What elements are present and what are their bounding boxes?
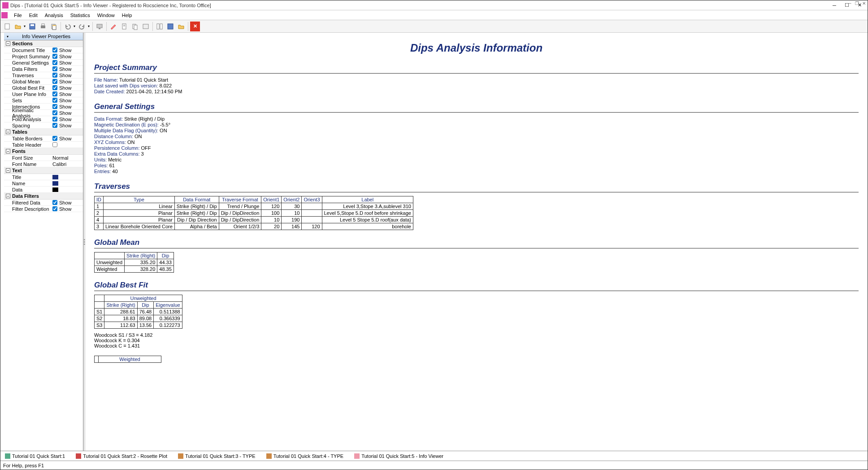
open-file-icon[interactable]	[13, 22, 23, 31]
show-checkbox[interactable]	[52, 60, 57, 65]
show-checkbox[interactable]	[52, 206, 57, 211]
show-checkbox[interactable]	[52, 123, 57, 128]
table-cell: Trend / Plunge	[219, 203, 261, 210]
tab-icon	[266, 453, 272, 459]
properties-panel-header: ▾ Info Viewer Properties	[4, 33, 83, 40]
redo-icon[interactable]	[77, 22, 87, 31]
document-tab[interactable]: Tutorial 01 Quick Start:4 - TYPE	[264, 453, 347, 460]
prop-label: Font Name	[12, 161, 52, 167]
monitor-icon[interactable]	[95, 22, 104, 31]
collapse-icon[interactable]: −	[6, 168, 10, 173]
setting-value: 3	[139, 151, 143, 157]
copy-icon[interactable]	[49, 22, 59, 31]
traverses-heading: Traverses	[94, 182, 859, 192]
show-label: Show	[59, 200, 72, 205]
show-checkbox[interactable]	[52, 200, 57, 205]
color-swatch[interactable]	[52, 187, 58, 192]
color-swatch[interactable]	[52, 175, 58, 179]
document-icon[interactable]	[119, 22, 129, 31]
prop-row: Project SummaryShow	[4, 53, 83, 60]
collapse-icon[interactable]: −	[6, 194, 10, 198]
tab-label: Tutorial 01 Quick Start:5 - Info Viewer	[361, 453, 443, 459]
minimize-button[interactable]: ─	[828, 1, 841, 10]
close-x-icon[interactable]: ✕	[190, 22, 200, 31]
document-tab[interactable]: Tutorial 01 Quick Start:5 - Info Viewer	[352, 453, 446, 460]
prop-label: Sets	[12, 98, 52, 103]
section-sections[interactable]: −Sections	[4, 40, 83, 47]
show-checkbox[interactable]	[52, 85, 57, 90]
collapse-icon[interactable]: −	[6, 41, 10, 46]
setting-value: ON	[126, 139, 135, 145]
collapse-icon[interactable]: −	[6, 149, 10, 153]
open-dropdown-icon[interactable]: ▾	[23, 24, 26, 28]
show-checkbox[interactable]	[52, 110, 57, 115]
menu-analysis[interactable]: Analysis	[41, 12, 67, 19]
table-cell: 145	[282, 223, 302, 230]
show-label: Show	[59, 98, 72, 103]
date-key: Date Created:	[94, 89, 125, 94]
undo-icon[interactable]	[63, 22, 73, 31]
mdi-minimize-button[interactable]: ─	[846, 0, 853, 6]
show-label: Show	[59, 136, 72, 141]
menu-help[interactable]: Help	[118, 12, 136, 19]
global-mean-table: Strike (Right)DipUnweighted335.2044.33We…	[94, 252, 174, 273]
svg-rect-10	[122, 24, 126, 29]
mdi-restore-button[interactable]: ❐	[854, 0, 860, 6]
open-folder-icon[interactable]	[176, 22, 186, 31]
prop-label: Project Summary	[12, 54, 52, 59]
table-cell: 120	[261, 203, 282, 210]
edit-pencil-icon[interactable]	[108, 22, 118, 31]
redo-dropdown-icon[interactable]: ▾	[87, 24, 91, 28]
tab-label: Tutorial 01 Quick Start:2 - Rosette Plot	[83, 453, 167, 459]
prop-value[interactable]: Normal	[52, 155, 81, 161]
panel-collapse-icon[interactable]: ▾	[5, 35, 10, 39]
show-checkbox[interactable]	[52, 48, 57, 52]
document-tab[interactable]: Tutorial 01 Quick Start:3 - TYPE	[175, 453, 258, 460]
svg-rect-0	[5, 24, 9, 29]
table-cell: 20	[261, 223, 282, 230]
show-checkbox[interactable]	[52, 79, 57, 84]
new-file-icon[interactable]	[2, 22, 12, 31]
app-icon	[2, 2, 9, 9]
show-checkbox[interactable]	[52, 104, 57, 109]
prop-label: Title	[12, 174, 52, 180]
file-name-value: Tutorial 01 Quick Start	[118, 77, 168, 83]
document-tab[interactable]: Tutorial 01 Quick Start:1	[2, 453, 68, 460]
mdi-close-button[interactable]: ✕	[861, 0, 867, 6]
menu-statistics[interactable]: Statistics	[67, 12, 94, 19]
multi-doc-icon[interactable]	[130, 22, 140, 31]
show-checkbox[interactable]	[52, 73, 57, 78]
show-checkbox[interactable]	[52, 142, 57, 147]
save-icon[interactable]	[27, 22, 37, 31]
prop-row: User Plane InfoShow	[4, 91, 83, 97]
section-tables[interactable]: −Tables	[4, 129, 83, 135]
weighted-label: Weighted	[99, 356, 161, 363]
show-checkbox[interactable]	[52, 117, 57, 122]
document-tab[interactable]: Tutorial 01 Quick Start:2 - Rosette Plot	[73, 453, 170, 460]
menu-file[interactable]: File	[10, 12, 26, 19]
prop-label: Table Header	[12, 142, 52, 148]
section-text[interactable]: −Text	[4, 167, 83, 174]
collapse-icon[interactable]: −	[6, 130, 10, 134]
prop-value[interactable]: Calibri	[52, 161, 81, 167]
save-layout-icon[interactable]	[165, 22, 175, 31]
show-checkbox[interactable]	[52, 66, 57, 71]
folder-icon[interactable]	[141, 22, 151, 31]
menu-window[interactable]: Window	[94, 12, 118, 19]
show-checkbox[interactable]	[52, 136, 57, 141]
show-checkbox[interactable]	[52, 98, 57, 103]
color-swatch[interactable]	[52, 181, 58, 186]
prop-row: Title	[4, 174, 83, 180]
undo-dropdown-icon[interactable]: ▾	[73, 24, 76, 28]
table-cell: 288.61	[104, 309, 137, 315]
grid-view-icon[interactable]	[155, 22, 165, 31]
section-datafilters[interactable]: −Data Filters	[4, 193, 83, 200]
show-checkbox[interactable]	[52, 91, 57, 96]
table-cell: 44.33	[157, 259, 174, 266]
page-title: Dips Analysis Information	[94, 42, 859, 54]
prop-label: Global Best Fit	[12, 85, 52, 91]
menu-edit[interactable]: Edit	[26, 12, 41, 19]
section-fonts[interactable]: −Fonts	[4, 148, 83, 155]
show-checkbox[interactable]	[52, 54, 57, 59]
print-icon[interactable]	[38, 22, 48, 31]
